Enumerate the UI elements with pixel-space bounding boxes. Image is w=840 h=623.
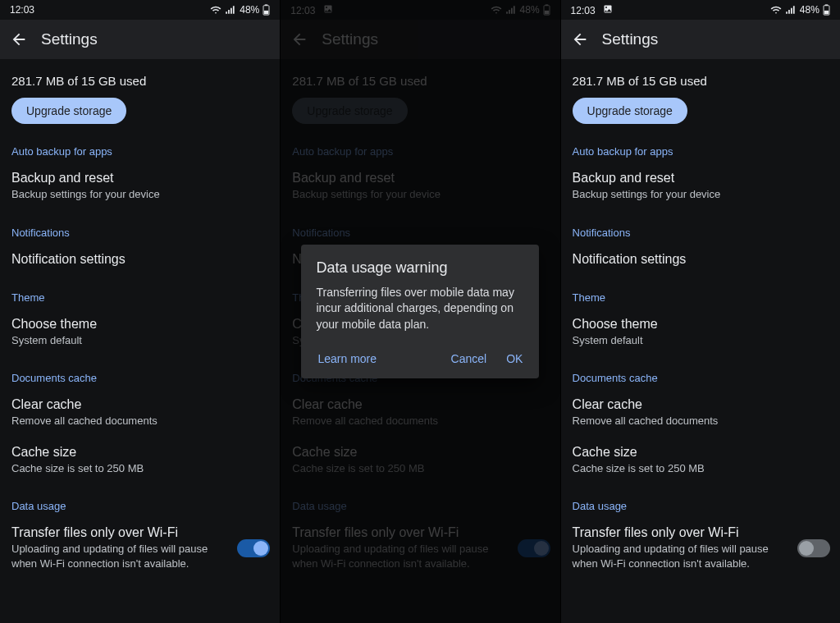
svg-rect-12: [824, 11, 829, 14]
item-transfer-wifi-only[interactable]: Transfer files only over Wi-Fi Uploading…: [0, 517, 280, 579]
section-header-theme: Theme: [561, 275, 840, 309]
back-icon[interactable]: [10, 30, 28, 48]
item-choose-theme[interactable]: Choose theme System default: [561, 309, 840, 356]
item-subtitle: Uploading and updating of files will pau…: [11, 542, 231, 570]
item-clear-cache[interactable]: Clear cache Remove all cached documents: [281, 389, 559, 437]
dialog-body: Transferring files over mobile data may …: [316, 285, 524, 333]
item-title: Transfer files only over Wi-Fi: [292, 525, 510, 540]
item-title: Cache size: [292, 445, 548, 460]
item-subtitle: System default: [573, 333, 829, 348]
signal-icon: [505, 4, 517, 16]
item-title: Cache size: [11, 445, 268, 460]
item-transfer-wifi-only[interactable]: Transfer files only over Wi-Fi Uploading…: [561, 517, 840, 579]
item-title: Clear cache: [11, 397, 268, 412]
phone-screen-3: 12:03 48% Settings 281.7 MB of 15 GB use…: [560, 0, 840, 623]
item-choose-theme[interactable]: Choose theme System default: [0, 309, 280, 356]
item-title: Cache size: [573, 445, 829, 460]
item-title: Choose theme: [573, 317, 829, 332]
item-title: Backup and reset: [11, 171, 268, 186]
section-header-data-usage: Data usage: [561, 483, 840, 517]
status-bar: 12:03 48%: [281, 0, 559, 20]
page-title: Settings: [322, 30, 378, 48]
section-header-autobackup: Auto backup for apps: [0, 129, 280, 163]
item-title: Transfer files only over Wi-Fi: [573, 525, 791, 540]
item-subtitle: Backup settings for your device: [292, 187, 548, 202]
signal-icon: [785, 4, 797, 16]
status-time: 12:03: [571, 5, 596, 16]
phone-screen-1: 12:03 48% Settings 281.7 MB of 15 GB use…: [0, 0, 280, 623]
app-bar: Settings: [561, 20, 840, 59]
item-subtitle: Cache size is set to 250 MB: [292, 461, 548, 476]
battery-icon: [262, 4, 270, 16]
wifi-icon: [491, 4, 502, 16]
item-clear-cache[interactable]: Clear cache Remove all cached documents: [561, 389, 840, 437]
battery-percent: 48%: [240, 4, 259, 16]
item-subtitle: Remove all cached documents: [11, 414, 268, 428]
dialog-title: Data usage warning: [316, 259, 524, 277]
item-subtitle: Backup settings for your device: [11, 187, 268, 202]
wifi-only-toggle[interactable]: [518, 539, 550, 557]
item-backup-reset[interactable]: Backup and reset Backup settings for you…: [0, 163, 280, 210]
item-clear-cache[interactable]: Clear cache Remove all cached documents: [0, 389, 280, 437]
dialog-ok-button[interactable]: OK: [504, 347, 524, 370]
upgrade-storage-button[interactable]: Upgrade storage: [11, 98, 126, 124]
item-subtitle: Remove all cached documents: [573, 414, 829, 428]
section-header-documents-cache: Documents cache: [0, 355, 280, 389]
item-backup-reset[interactable]: Backup and reset Backup settings for you…: [561, 163, 840, 210]
wifi-icon: [210, 4, 221, 16]
item-title: Notification settings: [11, 252, 268, 267]
phone-screen-2: 12:03 48% Settings 281.7 MB of 15 GB use…: [280, 0, 559, 623]
dialog-learn-more-button[interactable]: Learn more: [316, 347, 378, 370]
upgrade-storage-button[interactable]: Upgrade storage: [292, 98, 407, 124]
item-backup-reset[interactable]: Backup and reset Backup settings for you…: [281, 163, 559, 210]
item-subtitle: Uploading and updating of files will pau…: [292, 542, 510, 570]
item-cache-size[interactable]: Cache size Cache size is set to 250 MB: [0, 437, 280, 484]
item-cache-size[interactable]: Cache size Cache size is set to 250 MB: [561, 437, 840, 484]
section-header-documents-cache: Documents cache: [561, 355, 840, 389]
battery-percent: 48%: [800, 4, 819, 16]
page-title: Settings: [41, 30, 98, 48]
section-header-notifications: Notifications: [281, 210, 559, 244]
svg-rect-6: [545, 4, 548, 5]
picture-indicator-icon: [323, 4, 333, 14]
upgrade-storage-button[interactable]: Upgrade storage: [573, 98, 687, 124]
section-header-autobackup: Auto backup for apps: [561, 129, 840, 163]
back-icon[interactable]: [571, 30, 589, 48]
item-cache-size[interactable]: Cache size Cache size is set to 250 MB: [281, 437, 559, 484]
item-notification-settings[interactable]: Notification settings: [0, 244, 280, 275]
item-title: Backup and reset: [292, 171, 548, 186]
wifi-only-toggle[interactable]: [237, 539, 270, 557]
svg-rect-1: [265, 4, 268, 5]
item-subtitle: System default: [11, 333, 268, 348]
item-notification-settings[interactable]: Notification settings: [561, 244, 840, 275]
dialog-cancel-button[interactable]: Cancel: [450, 347, 489, 370]
section-header-data-usage: Data usage: [281, 483, 559, 517]
status-time: 12:03: [10, 4, 34, 16]
item-subtitle: Cache size is set to 250 MB: [11, 461, 268, 476]
page-title: Settings: [602, 30, 659, 48]
item-subtitle: Remove all cached documents: [292, 414, 548, 428]
battery-icon: [543, 4, 550, 16]
item-title: Notification settings: [573, 252, 829, 267]
svg-point-4: [326, 7, 327, 8]
section-header-notifications: Notifications: [561, 210, 840, 244]
item-title: Backup and reset: [573, 171, 829, 186]
svg-point-9: [605, 7, 607, 8]
item-title: Transfer files only over Wi-Fi: [11, 525, 231, 540]
wifi-icon: [770, 4, 782, 16]
item-transfer-wifi-only[interactable]: Transfer files only over Wi-Fi Uploading…: [281, 517, 559, 579]
status-bar: 12:03 48%: [0, 0, 280, 20]
storage-usage-text: 281.7 MB of 15 GB used: [561, 66, 840, 88]
item-title: Choose theme: [11, 317, 268, 332]
item-subtitle: Cache size is set to 250 MB: [573, 461, 829, 476]
section-header-autobackup: Auto backup for apps: [281, 129, 559, 163]
settings-scroll[interactable]: 281.7 MB of 15 GB used Upgrade storage A…: [0, 59, 280, 592]
data-usage-warning-dialog: Data usage warning Transferring files ov…: [301, 245, 539, 379]
svg-rect-11: [825, 4, 829, 5]
back-icon[interactable]: [290, 30, 308, 48]
app-bar: Settings: [0, 20, 280, 59]
settings-scroll[interactable]: 281.7 MB of 15 GB used Upgrade storage A…: [561, 59, 840, 592]
section-header-notifications: Notifications: [0, 210, 280, 244]
storage-usage-text: 281.7 MB of 15 GB used: [281, 66, 559, 88]
wifi-only-toggle[interactable]: [797, 539, 830, 557]
